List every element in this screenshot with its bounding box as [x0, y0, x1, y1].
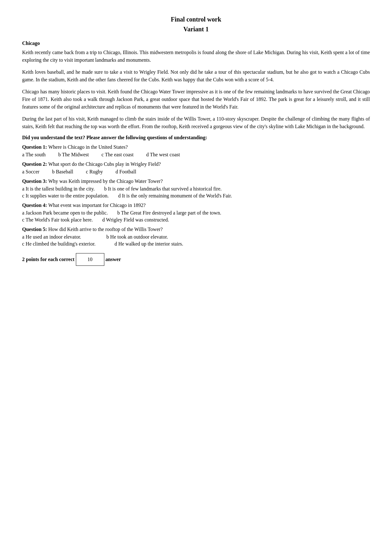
q2-answer-b: b Baseball [52, 169, 73, 175]
question-2: Question 2: What sport do the Chicago Cu… [22, 161, 370, 175]
points-row: 2 points for each correct 10 answer [22, 253, 370, 266]
question-3-label: Question 3: [22, 178, 47, 184]
points-box: 10 [76, 253, 104, 266]
q2-answer-c: c Rugby [86, 169, 103, 175]
q1-answer-c: c The east coast [101, 152, 133, 158]
q2-answer-d: d Football [116, 169, 136, 175]
question-4-answers: a Jackson Park became open to the public… [22, 210, 370, 223]
question-1-text: Where is Chicago in the United States? [48, 144, 128, 150]
question-4-text: What event was important for Chicago in … [48, 203, 146, 208]
question-5-text: How did Keith arrive to the rooftop of t… [48, 227, 163, 232]
comprehension-heading: Did you understand the text? Please answ… [22, 135, 370, 140]
paragraph-1: Keith recently came back from a trip to … [22, 49, 370, 64]
paragraph-2: Keith loves baseball, and he made sure t… [22, 68, 370, 84]
question-3-text: Why was Keith impressed by the Chicago W… [48, 178, 163, 184]
question-4-label: Question 4: [22, 203, 47, 208]
question-3-answers: a It is the tallest building in the city… [22, 186, 370, 199]
q5-answer-b: b He took an outdoor elevator. [107, 234, 168, 240]
question-2-text: What sport do the Chicago Cubs play in W… [48, 161, 161, 167]
page-subtitle: Variant 1 [22, 26, 370, 33]
question-3: Question 3: Why was Keith impressed by t… [22, 178, 370, 199]
question-2-answers: a Soccer b Baseball c Rugby d Football [22, 169, 370, 175]
q4-answer-a: a Jackson Park became open to the public… [22, 210, 108, 216]
question-1: Question 1: Where is Chicago in the Unit… [22, 144, 370, 158]
paragraph-4: During the last part of his visit, Keith… [22, 115, 370, 130]
q3-answer-b: b It is one of few landmarks that surviv… [104, 186, 222, 192]
q3-answer-c: c It supplies water to the entire popula… [22, 193, 109, 199]
paragraph-3: Chicago has many historic places to visi… [22, 88, 370, 111]
q1-answer-b: b The Midwest [58, 152, 89, 158]
q5-answer-c: c He climbed the building's exterior. [22, 241, 95, 247]
question-5-answers: a He used an indoor elevator. b He took … [22, 234, 370, 247]
question-1-answers: a The south b The Midwest c The east coa… [22, 152, 370, 158]
section-heading: Chicago [22, 41, 370, 46]
question-4: Question 4: What event was important for… [22, 203, 370, 223]
q3-answer-a: a It is the tallest building in the city… [22, 186, 95, 192]
question-1-label: Question 1: [22, 144, 47, 150]
page-title: Final control work [22, 16, 370, 23]
q4-answer-c: c The World's Fair took place here. [22, 217, 93, 223]
q4-answer-b: b The Great Fire destroyed a large part … [117, 210, 221, 216]
points-value: 10 [88, 257, 93, 262]
q1-answer-a: a The south [22, 152, 46, 158]
q5-answer-d: d He walked up the interior stairs. [114, 241, 183, 247]
q1-answer-d: d The west coast [146, 152, 180, 158]
q4-answer-d: d Wrigley Field was constructed. [102, 217, 169, 223]
question-2-label: Question 2: [22, 161, 47, 167]
points-label-after: answer [106, 257, 121, 262]
question-5: Question 5: How did Keith arrive to the … [22, 227, 370, 247]
points-label-before: 2 points for each correct [22, 257, 75, 262]
question-5-label: Question 5: [22, 227, 47, 232]
q3-answer-d: d It is the only remaining monument of t… [118, 193, 232, 199]
q2-answer-a: a Soccer [22, 169, 40, 175]
q5-answer-a: a He used an indoor elevator. [22, 234, 81, 240]
